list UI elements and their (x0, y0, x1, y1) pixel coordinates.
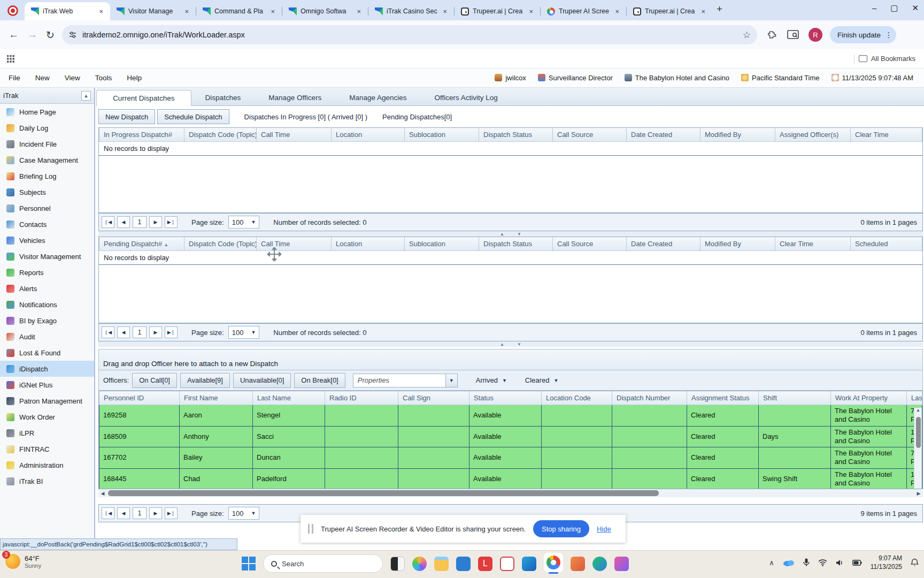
onedrive-icon[interactable] (783, 559, 795, 566)
sidebar-item-subjects[interactable]: Subjects (0, 184, 94, 200)
col-dispatch-status[interactable]: Dispatch Status (479, 128, 553, 142)
filter-available-button[interactable]: Available[9] (180, 373, 230, 388)
apps-grid-icon[interactable] (6, 55, 15, 63)
first-page-button[interactable]: ❘◀ (102, 507, 114, 519)
next-page-button[interactable]: ▶ (149, 216, 162, 228)
vertical-scrollbar[interactable]: ▲ (914, 408, 922, 489)
tab-dispatches[interactable]: Dispatches (191, 90, 255, 105)
snipping-tool-icon[interactable] (614, 557, 629, 571)
menu-new[interactable]: New (35, 74, 50, 82)
site-info-icon[interactable] (68, 31, 77, 39)
browser-tab-trupeer-screen[interactable]: Trupeer AI Scree × (541, 2, 626, 20)
col-status[interactable]: Status (469, 391, 542, 405)
col-modified-by[interactable]: Modified By (700, 128, 775, 142)
officer-row[interactable]: 168509AnthonySacciAvailableClearedDaysTh… (99, 426, 922, 447)
sidebar-item-ignet-plus[interactable]: iGNet Plus (0, 377, 94, 393)
col-date-created[interactable]: Date Created (627, 128, 700, 142)
filter-unavailable-button[interactable]: Unavailable[0] (233, 373, 291, 388)
dispatches-in-progress-link[interactable]: Dispatches In Progress [0] ( Arrived [0]… (244, 113, 367, 121)
col-clear-time[interactable]: Clear Time (851, 128, 922, 142)
page-number-input[interactable]: 1 (133, 326, 147, 338)
sidebar-item-briefing-log[interactable]: Briefing Log (0, 168, 94, 184)
menu-file[interactable]: File (9, 74, 20, 82)
browser-menu-kebab-icon[interactable]: ⋮ (885, 31, 892, 39)
tab-manage-agencies[interactable]: Manage Agencies (335, 90, 420, 105)
sidebar-item-fintrac[interactable]: FINTRAC (0, 441, 94, 457)
new-dispatch-button[interactable]: New Dispatch (98, 109, 155, 124)
microphone-icon[interactable] (803, 558, 810, 567)
col-call-source[interactable]: Call Source (553, 128, 627, 142)
side-search-icon[interactable] (787, 30, 799, 40)
tab-close-icon[interactable]: × (699, 7, 707, 16)
widgets-app-icon[interactable] (390, 557, 405, 571)
back-icon[interactable]: ← (9, 29, 19, 41)
tab-close-icon[interactable]: × (613, 7, 621, 16)
col-first-name[interactable]: First Name (180, 391, 253, 405)
page-number-input[interactable]: 1 (133, 507, 147, 519)
tab-close-icon[interactable]: × (97, 7, 105, 16)
all-bookmarks-button[interactable]: All Bookmarks (859, 55, 915, 63)
col-shift[interactable]: Shift (759, 391, 831, 405)
sidebar-collapse-button[interactable]: ▲ (81, 91, 91, 101)
store-app-icon[interactable] (456, 557, 471, 571)
menu-help[interactable]: Help (127, 74, 142, 82)
col-work-at-property[interactable]: Work At Property (831, 391, 907, 405)
col-in-progress-dispatch[interactable]: In Progress Dispatch# (99, 128, 184, 142)
mail-app-icon[interactable] (522, 557, 536, 571)
l-app-icon[interactable]: L (478, 557, 492, 571)
sidebar-item-administration[interactable]: Administration (0, 457, 94, 473)
combobox-arrow-icon[interactable]: ▼ (445, 374, 457, 387)
sidebar-item-lost-and-found[interactable]: Lost & Found (0, 345, 94, 361)
filter-on-break-button[interactable]: On Break[0] (294, 373, 345, 388)
scroll-up-icon[interactable]: ▲ (914, 408, 922, 416)
last-page-button[interactable]: ▶❘ (165, 507, 178, 519)
scroll-right-icon[interactable]: ▶ (914, 491, 923, 496)
meet-app-icon[interactable] (592, 557, 607, 571)
officer-row[interactable]: 169258AaronStengelAvailableClearedThe Ba… (99, 405, 922, 427)
col-pending-dispatch[interactable]: Pending Dispatch# ▲ (99, 237, 184, 251)
browser-tab-itrak-web[interactable]: iTrak Web × (25, 2, 110, 20)
grid-splitter[interactable]: ▲▼ (98, 341, 923, 347)
col-sublocation[interactable]: Sublocation (405, 237, 479, 251)
reload-icon[interactable]: ↻ (46, 29, 55, 41)
tray-chevron-icon[interactable]: ∧ (769, 559, 774, 567)
next-page-button[interactable]: ▶ (149, 326, 162, 338)
browser-tab-trupeer-2[interactable]: Trupeer.ai | Crea × (627, 2, 712, 20)
taskbar-search[interactable]: Search (263, 554, 383, 573)
sidebar-item-incident-file[interactable]: Incident File (0, 136, 94, 152)
col-location[interactable]: Location (332, 128, 405, 142)
sidebar-item-idispatch[interactable]: iDispatch (0, 361, 94, 377)
weather-widget[interactable]: 3 64°FSunny (5, 554, 41, 569)
page-number-input[interactable]: 1 (133, 216, 147, 228)
sidebar-item-reports[interactable]: Reports (0, 264, 94, 280)
taskbar-clock[interactable]: 9:07 AM 11/13/2025 (871, 554, 902, 571)
sidebar-item-audit[interactable]: Audit (0, 329, 94, 345)
drag-handle-icon[interactable] (308, 524, 313, 534)
sidebar-item-daily-log[interactable]: Daily Log (0, 120, 94, 136)
officer-dragdrop-zone[interactable]: Drag and drop Officer here to attach to … (98, 349, 923, 370)
col-dispatch-code[interactable]: Dispatch Code (Topic) (184, 237, 257, 251)
minimize-button[interactable]: – (872, 3, 876, 13)
browser-tab-visitor-management[interactable]: Visitor Manage × (110, 2, 196, 20)
horizontal-scrollbar[interactable]: ◀ ▶ (98, 489, 923, 497)
col-radio-id[interactable]: Radio ID (325, 391, 398, 405)
speaker-icon[interactable] (836, 559, 844, 566)
sidebar-item-work-order[interactable]: Work Order (0, 409, 94, 425)
scrollbar-thumb[interactable] (916, 417, 921, 448)
sidebar-item-itrak-bi[interactable]: iTrak BI (0, 473, 94, 489)
stop-sharing-button[interactable]: Stop sharing (533, 520, 589, 537)
properties-combobox[interactable]: Properties ▼ (353, 374, 458, 387)
tab-manage-officers[interactable]: Manage Officers (255, 90, 335, 105)
sidebar-item-bi-by-exago[interactable]: BI by Exago (0, 313, 94, 329)
col-last-truncated[interactable]: Las (907, 391, 922, 405)
col-assigned-officers[interactable]: Assigned Officer(s) (775, 128, 851, 142)
first-page-button[interactable]: ❘◀ (102, 326, 114, 338)
prev-page-button[interactable]: ◀ (117, 216, 130, 228)
splitter-up-icon[interactable]: ▲ (500, 342, 504, 347)
hide-banner-link[interactable]: Hide (597, 525, 611, 533)
browser-tab-itrak-casino[interactable]: iTrak Casino Sec × (368, 2, 454, 20)
scroll-left-icon[interactable]: ◀ (98, 491, 107, 496)
profile-avatar[interactable]: R (808, 28, 822, 42)
browser-tab-omnigo-software[interactable]: Omnigo Softwa × (282, 2, 368, 20)
page-size-select[interactable]: 100▼ (228, 216, 260, 229)
